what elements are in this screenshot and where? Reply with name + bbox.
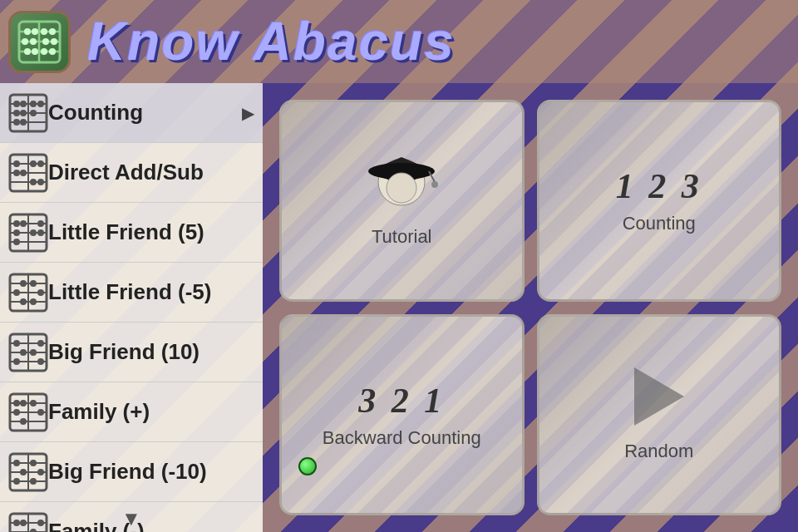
svg-point-26 (13, 110, 20, 116)
sidebar-arrow-counting: ▶ (242, 103, 254, 123)
svg-point-61 (30, 280, 37, 287)
svg-point-52 (30, 229, 37, 236)
svg-point-27 (20, 110, 27, 116)
sidebar-label-little-friend-neg5: Little Friend (-5) (48, 279, 254, 305)
sidebar-item-big-friend-neg10[interactable]: Big Friend (-10) (0, 442, 263, 502)
svg-point-48 (13, 220, 20, 227)
svg-point-83 (20, 400, 27, 406)
svg-point-73 (20, 349, 27, 356)
svg-point-96 (37, 469, 44, 475)
green-dot-indicator (298, 457, 317, 475)
svg-point-54 (13, 239, 20, 245)
sidebar-icon-big-friend-neg10 (8, 452, 48, 492)
card-tutorial-label: Tutorial (372, 226, 432, 248)
sidebar-icon-counting (8, 93, 48, 133)
svg-point-76 (37, 358, 44, 365)
svg-point-82 (13, 400, 20, 406)
svg-point-71 (13, 340, 20, 347)
svg-point-98 (30, 478, 37, 485)
card-tutorial[interactable]: Tutorial (279, 100, 525, 302)
svg-point-49 (20, 220, 27, 227)
svg-point-5 (24, 28, 31, 35)
svg-point-11 (42, 38, 49, 45)
card-backward-counting-label: Backward Counting (323, 427, 481, 449)
sidebar-item-little-friend-neg5[interactable]: Little Friend (-5) (0, 263, 263, 323)
svg-point-94 (30, 460, 37, 466)
sidebar-item-little-friend-5[interactable]: Little Friend (5) (0, 203, 263, 263)
sidebar-icon-direct-add-sub (8, 153, 48, 193)
svg-point-25 (37, 101, 44, 107)
svg-point-29 (13, 119, 20, 126)
top-bar: Know Abacus (0, 0, 798, 83)
svg-point-40 (20, 170, 27, 176)
sidebar-label-little-friend-5: Little Friend (5) (48, 219, 254, 245)
svg-point-7 (41, 28, 47, 35)
sidebar-label-family-plus: Family (+) (48, 399, 254, 425)
svg-point-97 (13, 478, 20, 485)
sidebar-icon-family-plus (8, 392, 48, 432)
card-counting-content: 1 2 3 Counting (616, 166, 702, 234)
sidebar-label-direct-add-sub: Direct Add/Sub (48, 160, 254, 185)
sidebar-item-direct-add-sub[interactable]: Direct Add/Sub (0, 143, 263, 203)
svg-point-64 (20, 298, 27, 305)
card-random[interactable]: Random (537, 314, 782, 516)
svg-point-10 (30, 38, 37, 45)
sidebar-icon-big-friend-10 (8, 332, 48, 372)
sidebar-item-big-friend-10[interactable]: Big Friend (10) (0, 323, 263, 382)
app-icon[interactable] (8, 11, 71, 73)
app-title: Know Abacus (87, 11, 456, 72)
svg-point-74 (30, 349, 37, 356)
sidebar-label-big-friend-neg10: Big Friend (-10) (48, 459, 254, 485)
svg-point-16 (49, 48, 56, 55)
svg-point-62 (13, 289, 20, 296)
sidebar-item-counting[interactable]: Counting ▶ (0, 83, 263, 143)
svg-point-84 (30, 400, 37, 406)
svg-point-95 (20, 469, 27, 475)
cards-grid: Tutorial 1 2 3 Counting 3 2 1 Backward C… (279, 100, 781, 515)
card-tutorial-content: Tutorial (364, 153, 439, 248)
svg-point-22 (13, 101, 20, 107)
svg-point-118 (431, 181, 438, 188)
svg-point-63 (37, 289, 44, 296)
svg-point-23 (20, 101, 27, 107)
svg-point-85 (13, 409, 20, 416)
sidebar-icon-little-friend-5 (8, 213, 48, 253)
svg-point-12 (51, 38, 57, 45)
graduation-cap-icon (364, 153, 439, 219)
svg-point-39 (13, 170, 20, 176)
svg-point-41 (30, 179, 37, 185)
svg-point-15 (41, 48, 47, 55)
card-backward-counting[interactable]: 3 2 1 Backward Counting (279, 314, 525, 516)
svg-point-72 (37, 340, 44, 347)
svg-point-37 (30, 160, 37, 167)
svg-point-86 (37, 409, 44, 416)
svg-point-50 (37, 220, 44, 227)
svg-point-93 (13, 460, 20, 466)
svg-point-8 (49, 28, 56, 35)
svg-point-87 (20, 418, 27, 425)
svg-point-30 (20, 119, 27, 126)
svg-point-65 (30, 298, 37, 305)
svg-point-53 (37, 229, 44, 236)
sidebar: Counting ▶ Direct Add/Sub (0, 83, 263, 532)
scroll-down-arrow: ▼ (121, 508, 141, 530)
svg-point-13 (24, 48, 31, 55)
svg-point-14 (32, 48, 38, 55)
card-backward-counting-content: 3 2 1 Backward Counting (323, 381, 481, 449)
sidebar-label-big-friend-10: Big Friend (10) (48, 339, 254, 365)
sidebar-item-family-plus[interactable]: Family (+) (0, 382, 263, 442)
svg-point-119 (387, 173, 416, 203)
card-counting[interactable]: 1 2 3 Counting (537, 100, 782, 302)
svg-point-9 (22, 38, 28, 45)
svg-point-51 (13, 229, 20, 236)
svg-point-75 (13, 358, 20, 365)
scroll-indicator: ▼ (0, 508, 263, 530)
svg-point-38 (37, 160, 44, 167)
sidebar-label-counting: Counting (48, 100, 242, 126)
main-content: Tutorial 1 2 3 Counting 3 2 1 Backward C… (263, 83, 798, 532)
svg-point-60 (20, 280, 27, 287)
svg-point-28 (30, 110, 37, 116)
card-counting-numbers: 1 2 3 (616, 166, 702, 206)
svg-point-24 (30, 101, 37, 107)
card-counting-label: Counting (623, 213, 696, 234)
